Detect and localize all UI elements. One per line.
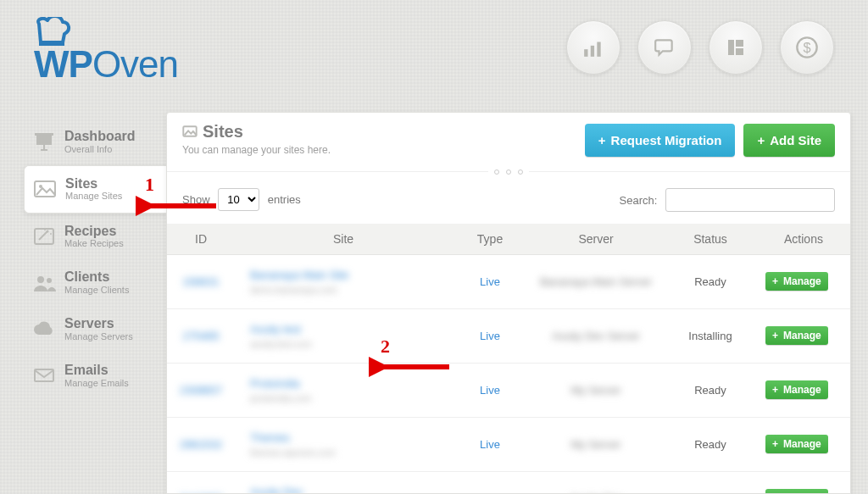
annotation-label-2: 2	[381, 337, 390, 356]
site-name-link[interactable]: Protoindia	[250, 377, 443, 390]
site-type[interactable]: Live	[480, 330, 500, 342]
site-status: Ready	[664, 417, 757, 471]
col-id[interactable]: ID	[167, 224, 235, 255]
col-site[interactable]: Site	[235, 224, 452, 255]
cloud-icon	[32, 319, 56, 340]
svg-rect-3	[597, 42, 600, 57]
entries-select[interactable]: 10	[218, 188, 259, 211]
svg-point-16	[47, 230, 49, 232]
sidebar-item-sub: Overall Info	[64, 144, 136, 155]
page-subtitle: You can manage your sites here.	[182, 143, 331, 158]
col-type[interactable]: Type	[452, 224, 528, 255]
site-domain: protoindia.com	[250, 393, 443, 403]
sidebar-item-label: Sites	[65, 176, 122, 191]
plus-icon: +	[772, 439, 778, 449]
site-type[interactable]: Live	[480, 438, 500, 451]
svg-rect-2	[591, 46, 594, 57]
site-server: Axuity Dev Server	[552, 330, 640, 342]
sidebar: DashboardOverall Info SitesManage Sites …	[24, 119, 159, 399]
site-id[interactable]: 275465	[182, 330, 219, 342]
site-id[interactable]: 2308657	[180, 384, 223, 397]
table-row: 3142067Axuity Devdev.axuity.comLiveAxuit…	[167, 471, 850, 494]
site-type[interactable]: Live	[480, 275, 500, 288]
projector-icon	[32, 131, 56, 152]
site-name-link[interactable]: Themes	[250, 431, 443, 444]
site-domain: demo.bananaya.com	[250, 285, 443, 295]
page-title: Sites	[182, 123, 331, 140]
svg-rect-10	[36, 136, 52, 145]
sidebar-item-sub: Manage Servers	[64, 331, 133, 342]
site-status: Ready	[664, 254, 757, 308]
manage-button[interactable]: + Manage	[765, 489, 828, 494]
sidebar-item-sub: Make Recipes	[64, 238, 124, 249]
site-server: Bananaya Main Server	[540, 275, 652, 288]
sidebar-item-label: Emails	[64, 363, 129, 378]
manage-button[interactable]: + Manage	[765, 435, 828, 453]
brand-logo[interactable]: WPOven	[34, 17, 178, 83]
plus-icon: +	[757, 134, 765, 147]
photo-icon	[182, 125, 198, 138]
plus-icon: +	[772, 385, 778, 395]
search-input[interactable]	[665, 188, 835, 212]
sidebar-item-dashboard[interactable]: DashboardOverall Info	[24, 119, 159, 165]
annotation-label-1: 1	[145, 175, 154, 194]
request-migration-button[interactable]: +Request Migration	[585, 124, 736, 157]
photo-icon	[33, 179, 57, 199]
sidebar-item-label: Dashboard	[64, 129, 136, 144]
top-icon-bar: $	[566, 20, 834, 75]
site-name-link[interactable]: Bananaya Main Site	[250, 269, 443, 281]
users-icon	[32, 273, 56, 293]
stats-icon[interactable]	[566, 20, 620, 75]
money-icon[interactable]: $	[780, 20, 834, 75]
col-status[interactable]: Status	[664, 224, 757, 255]
svg-point-20	[47, 278, 52, 283]
annotation-arrow-2	[369, 356, 453, 378]
sidebar-item-label: Clients	[64, 269, 129, 285]
sidebar-item-emails[interactable]: EmailsManage Emails	[24, 352, 159, 399]
site-id[interactable]: 2961532	[180, 438, 223, 451]
section-divider	[167, 164, 850, 180]
svg-rect-15	[35, 229, 53, 244]
site-status: Ready	[664, 363, 757, 417]
col-actions[interactable]: Actions	[757, 224, 850, 255]
layout-icon[interactable]	[709, 20, 763, 75]
sidebar-item-servers[interactable]: ServersManage Servers	[24, 306, 159, 352]
table-row: 156631Bananaya Main Sitedemo.bananaya.co…	[167, 254, 850, 308]
annotation-arrow-1	[136, 195, 220, 217]
sidebar-item-sub: Manage Sites	[65, 191, 122, 202]
wand-icon	[32, 226, 56, 247]
manage-button[interactable]: + Manage	[765, 272, 828, 291]
plus-icon: +	[772, 330, 778, 341]
sidebar-item-label: Recipes	[64, 224, 124, 239]
site-domain: axuity.test.com	[250, 339, 443, 349]
sidebar-item-sub: Manage Emails	[64, 378, 129, 389]
svg-point-17	[50, 233, 52, 235]
site-name-link[interactable]: Axuity Dev	[250, 486, 443, 494]
plus-icon: +	[772, 276, 778, 286]
manage-button[interactable]: + Manage	[765, 380, 828, 399]
table-row: 2308657Protoindiaprotoindia.comLiveMy Se…	[167, 363, 850, 417]
add-site-button[interactable]: +Add Site	[743, 124, 835, 157]
manage-button[interactable]: + Manage	[765, 326, 828, 345]
svg-rect-21	[35, 369, 53, 381]
table-row: 2961532Themesthemes.wpoven.comLiveMy Ser…	[167, 417, 850, 471]
search-wrap: Search:	[620, 188, 835, 212]
sidebar-item-clients[interactable]: ClientsManage Clients	[24, 259, 159, 306]
site-status: Ready	[664, 471, 757, 494]
site-status: Installing	[664, 308, 757, 363]
sidebar-item-recipes[interactable]: RecipesMake Recipes	[24, 214, 159, 260]
table-row: 275465Axuity testaxuity.test.comLiveAxui…	[167, 308, 850, 363]
main-panel: Sites You can manage your sites here. +R…	[166, 112, 851, 494]
chat-icon[interactable]	[637, 20, 692, 75]
svg-text:$: $	[803, 40, 810, 55]
col-server[interactable]: Server	[528, 224, 664, 255]
sidebar-item-sub: Manage Clients	[64, 285, 129, 296]
site-server: My Server	[570, 438, 620, 451]
site-server: My Server	[570, 384, 620, 397]
mail-icon	[32, 365, 56, 386]
site-id[interactable]: 156631	[182, 275, 219, 288]
site-name-link[interactable]: Axuity test	[250, 323, 443, 336]
site-type[interactable]: Live	[480, 384, 500, 397]
svg-point-18	[44, 229, 46, 230]
plus-icon: +	[598, 134, 606, 147]
